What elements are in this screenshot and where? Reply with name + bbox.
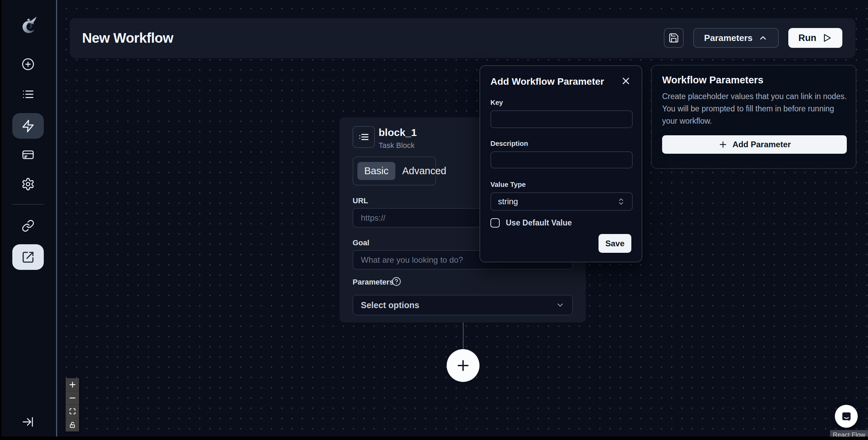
list-icon	[22, 88, 35, 101]
sidebar-item-browser[interactable]	[15, 142, 41, 167]
chevrons-up-down-icon	[617, 197, 625, 206]
window-edge	[0, 0, 1, 440]
play-icon	[822, 33, 832, 43]
node-type-label: Task Block	[379, 141, 415, 150]
node-tabs: Basic Advanced	[353, 156, 436, 185]
workflow-parameters-description: Create placeholder values that you can l…	[662, 90, 847, 127]
description-label: Description	[490, 140, 528, 148]
tab-advanced[interactable]: Advanced	[402, 165, 446, 177]
sidebar-item-workflows-active[interactable]	[12, 113, 44, 139]
workflow-editor-app: New Workflow Parameters R	[0, 0, 868, 440]
chevron-down-icon	[556, 301, 565, 310]
collapse-sidebar-button[interactable]	[15, 409, 41, 435]
add-block-button[interactable]	[447, 349, 479, 382]
chevron-up-icon	[758, 33, 768, 43]
plus-icon	[718, 140, 728, 149]
key-input[interactable]	[490, 110, 633, 128]
plus-circle-icon	[22, 58, 35, 71]
canvas-controls	[66, 378, 79, 431]
parameters-multiselect[interactable]: Select options	[353, 295, 573, 315]
credit-card-icon	[22, 148, 35, 161]
parameters-label: Parameters	[353, 278, 394, 287]
lightning-icon	[21, 119, 35, 133]
key-label: Key	[490, 99, 503, 107]
add-parameter-label: Add Parameter	[733, 140, 791, 149]
chat-launcher-button[interactable]	[835, 405, 858, 428]
help-icon[interactable]	[392, 277, 401, 286]
workflow-parameters-title: Workflow Parameters	[662, 74, 763, 86]
window-edge	[0, 437, 868, 440]
sidebar-item-link[interactable]	[15, 213, 41, 238]
parameters-button-label: Parameters	[704, 33, 753, 43]
header-actions: Parameters Run	[664, 28, 842, 48]
fit-view-icon	[69, 408, 76, 415]
run-button-label: Run	[799, 33, 816, 43]
plus-icon	[69, 381, 76, 388]
use-default-label: Use Default Value	[506, 218, 572, 228]
select-options-placeholder: Select options	[361, 300, 419, 310]
sidebar	[0, 0, 57, 440]
save-workflow-button[interactable]	[664, 28, 684, 48]
gear-icon	[21, 177, 35, 191]
link-icon	[22, 219, 35, 232]
zoom-out-button[interactable]	[66, 391, 79, 405]
arrow-right-to-line-icon	[22, 415, 35, 428]
value-type-label: Value Type	[490, 181, 526, 189]
chat-bubble-icon	[840, 410, 853, 423]
sidebar-item-settings[interactable]	[15, 171, 41, 197]
add-parameter-modal: Add Workflow Parameter Key Description V…	[479, 65, 642, 262]
page-title: New Workflow	[82, 30, 173, 46]
url-label: URL	[353, 196, 368, 205]
unlock-icon	[69, 422, 76, 428]
node-title: block_1	[379, 127, 417, 138]
save-parameter-button[interactable]: Save	[599, 234, 631, 253]
workflow-header: New Workflow Parameters R	[70, 18, 855, 58]
create-new-button[interactable]	[15, 52, 41, 77]
runs-list-button[interactable]	[15, 82, 41, 107]
task-block-icon-box	[353, 126, 375, 148]
workflow-parameters-panel: Workflow Parameters Create placeholder v…	[651, 65, 856, 169]
minus-icon	[69, 394, 76, 402]
run-workflow-button[interactable]: Run	[788, 28, 842, 48]
close-icon[interactable]	[620, 75, 632, 87]
value-type-selected: string	[498, 197, 518, 206]
lock-toggle-button[interactable]	[66, 418, 79, 431]
tab-basic[interactable]: Basic	[357, 162, 395, 180]
node-edge	[463, 322, 464, 350]
use-default-checkbox[interactable]	[490, 218, 500, 228]
fit-view-button[interactable]	[66, 405, 79, 418]
skyvern-logo	[16, 13, 41, 38]
description-input[interactable]	[490, 151, 633, 168]
zoom-in-button[interactable]	[66, 378, 79, 391]
list-icon	[358, 131, 370, 143]
add-parameter-button[interactable]: Add Parameter	[662, 135, 847, 154]
save-floppy-icon	[668, 32, 679, 43]
sidebar-divider	[12, 204, 44, 205]
external-link-icon	[22, 251, 35, 264]
plus-icon	[455, 357, 471, 374]
goal-label: Goal	[353, 238, 369, 247]
parameters-toggle-button[interactable]: Parameters	[693, 28, 779, 48]
use-default-row: Use Default Value	[490, 218, 572, 228]
modal-title: Add Workflow Parameter	[490, 76, 604, 87]
sidebar-item-external-active[interactable]	[12, 244, 44, 270]
value-type-select[interactable]: string	[490, 192, 633, 211]
